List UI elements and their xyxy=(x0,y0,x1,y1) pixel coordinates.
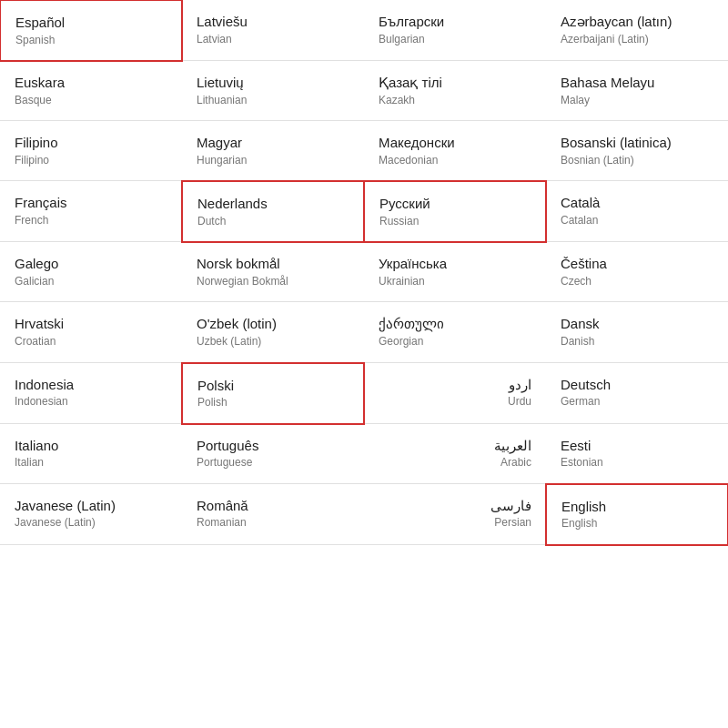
language-english-name: Russian xyxy=(379,215,531,229)
language-cell[interactable]: FilipinoFilipino xyxy=(0,121,182,181)
language-cell[interactable]: FrançaisFrench xyxy=(0,181,182,242)
language-native-name: اردو xyxy=(379,376,531,394)
language-english-name: Lithuanian xyxy=(197,94,349,108)
language-native-name: Español xyxy=(15,14,167,32)
language-cell[interactable]: ItalianoItalian xyxy=(0,424,182,484)
language-english-name: Hungarian xyxy=(197,154,349,168)
language-english-name: Latvian xyxy=(197,33,349,47)
language-cell[interactable]: ČeštinaCzech xyxy=(546,242,728,302)
language-english-name: Basque xyxy=(15,94,167,108)
language-english-name: Ukrainian xyxy=(379,275,531,289)
language-cell[interactable]: EnglishEnglish xyxy=(545,483,728,546)
language-native-name: Norsk bokmål xyxy=(197,255,349,273)
language-english-name: Portuguese xyxy=(197,456,349,470)
language-grid: EspañolSpanishLatviešuLatvianБългарскиBu… xyxy=(0,0,728,545)
language-native-name: Македонски xyxy=(379,134,531,152)
language-english-name: Uzbek (Latin) xyxy=(197,335,349,349)
language-native-name: Français xyxy=(15,194,167,212)
language-english-name: Galician xyxy=(15,275,167,289)
language-english-name: Indonesian xyxy=(15,395,167,410)
language-native-name: Indonesia xyxy=(15,376,167,394)
language-english-name: Estonian xyxy=(561,456,713,470)
language-cell[interactable]: اردوUrdu xyxy=(364,363,546,424)
language-english-name: Javanese (Latin) xyxy=(15,516,167,531)
language-english-name: Polish xyxy=(197,396,349,410)
language-english-name: Kazakh xyxy=(379,94,531,108)
language-cell[interactable]: LatviešuLatvian xyxy=(182,0,364,61)
language-english-name: Georgian xyxy=(379,335,531,349)
language-cell[interactable]: DanskDanish xyxy=(546,302,728,362)
language-cell[interactable]: МакедонскиMacedonian xyxy=(364,121,546,181)
language-english-name: Dutch xyxy=(197,215,349,229)
language-cell[interactable]: УкраїнськаUkrainian xyxy=(364,242,546,302)
language-cell[interactable]: HrvatskiCroatian xyxy=(0,302,182,362)
language-native-name: Български xyxy=(379,13,531,31)
language-english-name: Croatian xyxy=(15,335,167,349)
language-native-name: Eesti xyxy=(561,437,713,455)
language-cell[interactable]: EuskaraBasque xyxy=(0,61,182,121)
language-native-name: Hrvatski xyxy=(15,315,167,333)
language-cell[interactable]: EspañolSpanish xyxy=(0,0,183,62)
language-english-name: Macedonian xyxy=(379,154,531,168)
language-english-name: Norwegian Bokmål xyxy=(197,275,349,289)
language-native-name: Català xyxy=(561,194,713,212)
language-cell[interactable]: PolskiPolish xyxy=(181,362,365,425)
language-cell[interactable]: Azərbaycan (latın)Azerbaijani (Latin) xyxy=(546,0,728,61)
language-cell[interactable]: Қазақ тіліKazakh xyxy=(364,61,546,121)
language-cell[interactable]: Javanese (Latin)Javanese (Latin) xyxy=(0,484,182,545)
language-english-name: English xyxy=(561,517,713,531)
language-cell[interactable]: EestiEstonian xyxy=(546,424,728,484)
language-english-name: Bosnian (Latin) xyxy=(561,154,713,168)
language-cell[interactable]: IndonesiaIndonesian xyxy=(0,363,182,424)
language-english-name: Czech xyxy=(561,275,713,289)
language-cell[interactable]: DeutschGerman xyxy=(546,363,728,424)
language-native-name: Dansk xyxy=(561,315,713,333)
language-cell[interactable]: Bosanski (latinica)Bosnian (Latin) xyxy=(546,121,728,181)
language-native-name: Русский xyxy=(379,195,531,213)
language-native-name: Português xyxy=(197,437,349,455)
language-native-name: ქართული xyxy=(379,315,531,333)
language-english-name: Arabic xyxy=(379,456,531,470)
language-cell[interactable]: РусскийRussian xyxy=(363,180,547,243)
language-native-name: Galego xyxy=(15,255,167,273)
language-cell[interactable]: RomânăRomanian xyxy=(182,484,364,545)
language-english-name: Danish xyxy=(561,335,713,349)
language-native-name: Nederlands xyxy=(197,195,349,213)
language-native-name: Українська xyxy=(379,255,531,273)
language-english-name: Bulgarian xyxy=(379,33,531,47)
language-native-name: Bosanski (latinica) xyxy=(561,134,713,152)
language-cell[interactable]: العربيةArabic xyxy=(364,424,546,484)
language-native-name: Azərbaycan (latın) xyxy=(561,13,713,31)
language-cell[interactable]: NederlandsDutch xyxy=(181,180,365,243)
language-english-name: French xyxy=(15,214,167,228)
language-cell[interactable]: GalegoGalician xyxy=(0,242,182,302)
language-cell[interactable]: Norsk bokmålNorwegian Bokmål xyxy=(182,242,364,302)
language-native-name: Română xyxy=(197,497,349,515)
language-native-name: Euskara xyxy=(15,74,167,92)
language-english-name: Persian xyxy=(379,516,531,531)
language-english-name: Filipino xyxy=(15,154,167,168)
language-native-name: Bahasa Melayu xyxy=(561,74,713,92)
language-native-name: Javanese (Latin) xyxy=(15,497,167,515)
language-english-name: Azerbaijani (Latin) xyxy=(561,33,713,47)
language-native-name: Latviešu xyxy=(197,13,349,31)
language-native-name: العربية xyxy=(379,437,531,455)
language-cell[interactable]: LietuviųLithuanian xyxy=(182,61,364,121)
language-cell[interactable]: Bahasa MelayuMalay xyxy=(546,61,728,121)
language-cell[interactable]: ქართულიGeorgian xyxy=(364,302,546,362)
language-native-name: Magyar xyxy=(197,134,349,152)
language-native-name: Filipino xyxy=(15,134,167,152)
language-english-name: Romanian xyxy=(197,516,349,531)
language-cell[interactable]: БългарскиBulgarian xyxy=(364,0,546,61)
language-cell[interactable]: O'zbek (lotin)Uzbek (Latin) xyxy=(182,302,364,362)
language-cell[interactable]: فارسیPersian xyxy=(364,484,546,545)
language-english-name: Italian xyxy=(15,456,167,470)
language-native-name: Lietuvių xyxy=(197,74,349,92)
language-native-name: Čeština xyxy=(561,255,713,273)
language-cell[interactable]: MagyarHungarian xyxy=(182,121,364,181)
language-cell[interactable]: CatalàCatalan xyxy=(546,181,728,242)
language-native-name: Italiano xyxy=(15,437,167,455)
language-english-name: Spanish xyxy=(15,34,167,48)
language-cell[interactable]: PortuguêsPortuguese xyxy=(182,424,364,484)
language-english-name: German xyxy=(561,395,713,410)
